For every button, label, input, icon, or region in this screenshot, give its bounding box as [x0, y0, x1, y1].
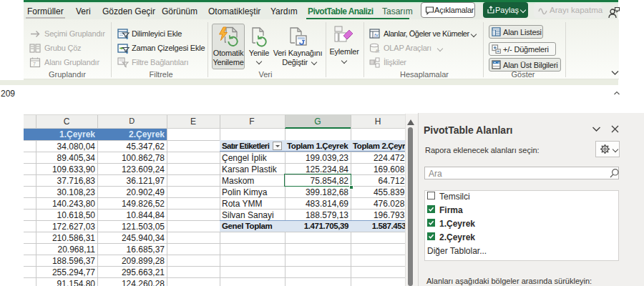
svg-text:7: 7: [33, 61, 36, 66]
svg-text:fx: fx: [374, 33, 379, 38]
svg-text:fx: fx: [376, 49, 380, 54]
